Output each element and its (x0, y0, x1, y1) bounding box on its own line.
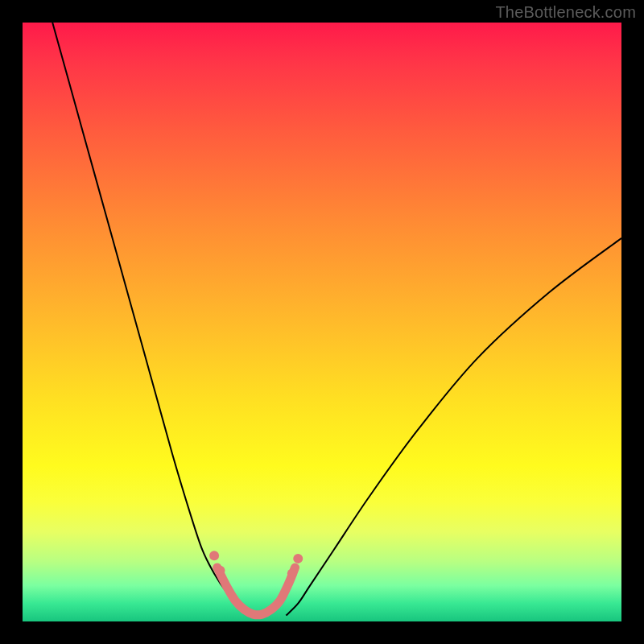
series-group (52, 23, 621, 616)
marker-right-upper-dot (293, 554, 303, 564)
chart-frame: TheBottleneck.com (0, 0, 644, 644)
marker-left-upper-dot (209, 551, 219, 560)
series-left-branch (52, 23, 256, 616)
series-right-branch (286, 238, 621, 616)
marker-right-lower-dot (287, 568, 297, 578)
watermark-text: TheBottleneck.com (495, 3, 636, 22)
marker-left-lower-dot (216, 566, 225, 576)
plot-area (23, 23, 621, 621)
chart-svg (23, 23, 621, 621)
series-bottom-marker-trail (217, 568, 295, 615)
